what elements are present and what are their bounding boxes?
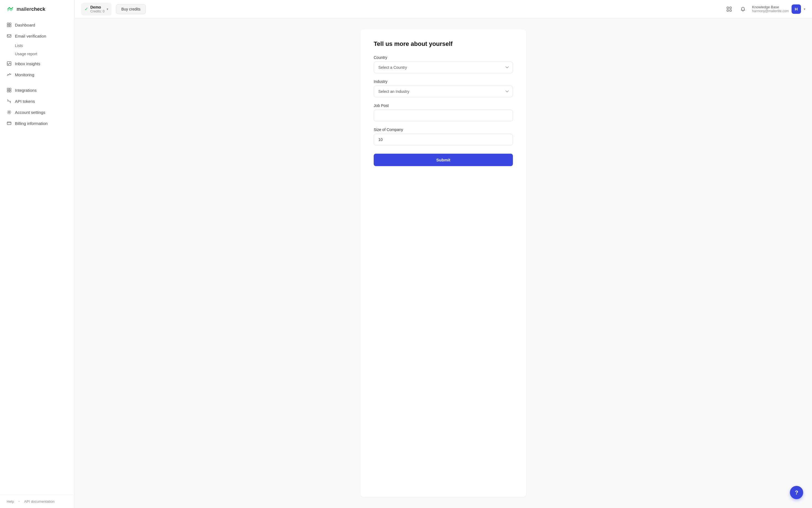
sidebar-item-account-settings[interactable]: Account settings: [0, 107, 74, 118]
svg-rect-8: [7, 90, 9, 92]
user-chevron-icon: ▾: [804, 7, 805, 11]
svg-rect-6: [7, 88, 9, 90]
svg-rect-2: [7, 25, 9, 27]
svg-rect-1: [9, 23, 11, 25]
user-menu[interactable]: Knowledge Base harmony@mailerlite.com H …: [752, 4, 805, 14]
sidebar-item-email-verification[interactable]: Email verification: [0, 30, 74, 41]
logo-icon: [7, 6, 14, 12]
sidebar-item-monitoring-label: Monitoring: [15, 73, 34, 77]
email-icon: [7, 34, 12, 38]
user-email: harmony@mailerlite.com: [752, 9, 789, 13]
svg-rect-13: [730, 7, 731, 9]
demo-chevron-icon: ▾: [107, 7, 108, 11]
help-link[interactable]: Help: [7, 499, 14, 504]
sidebar-sub-item-lists-label: Lists: [15, 43, 23, 48]
sidebar-item-dashboard-label: Dashboard: [15, 23, 35, 27]
logo-text: mailercheck: [16, 6, 45, 12]
country-group: Country Select a Country United States U…: [374, 55, 513, 73]
svg-point-10: [9, 112, 10, 113]
settings-icon: [7, 110, 12, 115]
svg-rect-3: [9, 25, 11, 27]
job-post-group: Job Post: [374, 103, 513, 121]
svg-rect-9: [9, 90, 11, 92]
country-label: Country: [374, 55, 513, 60]
monitoring-icon: [7, 72, 12, 77]
api-docs-link[interactable]: API documentation: [24, 499, 54, 504]
inbox-icon: [7, 61, 12, 66]
sidebar-item-billing-information[interactable]: Billing information: [0, 118, 74, 129]
svg-rect-7: [9, 88, 11, 90]
sidebar-item-inbox-insights[interactable]: Inbox insights: [0, 58, 74, 69]
sidebar-sub-item-usage-report[interactable]: Usage report: [0, 50, 74, 58]
integrations-icon: [7, 88, 12, 93]
main-area: ✓ Demo Credits: 0 ▾ Buy credits Knowledg…: [75, 0, 812, 508]
header-right: Knowledge Base harmony@mailerlite.com H …: [724, 4, 805, 14]
sidebar: mailercheck Dashboard Email verification…: [0, 0, 75, 508]
company-size-input[interactable]: [374, 134, 513, 145]
sidebar-item-api-tokens-label: API tokens: [15, 99, 35, 103]
country-select[interactable]: Select a Country United States United Ki…: [374, 61, 513, 73]
content-area: Tell us more about yourself Country Sele…: [75, 18, 812, 508]
sidebar-item-account-settings-label: Account settings: [15, 110, 45, 115]
sidebar-footer: Help • API documentation: [0, 495, 74, 508]
industry-label: Industry: [374, 79, 513, 84]
job-post-input[interactable]: [374, 110, 513, 121]
demo-credits: Credits: 0: [90, 9, 104, 13]
avatar: H: [792, 4, 801, 14]
job-post-label: Job Post: [374, 103, 513, 108]
sidebar-sub-item-usage-report-label: Usage report: [15, 52, 37, 56]
sidebar-item-integrations[interactable]: Integrations: [0, 85, 74, 96]
submit-button[interactable]: Submit: [374, 154, 513, 166]
buy-credits-button[interactable]: Buy credits: [116, 4, 146, 14]
sidebar-nav: Dashboard Email verification Lists Usage…: [0, 17, 74, 495]
company-size-label: Size of Company: [374, 127, 513, 132]
sidebar-item-inbox-insights-label: Inbox insights: [15, 61, 40, 66]
sidebar-item-integrations-label: Integrations: [15, 88, 37, 93]
svg-rect-15: [730, 10, 731, 11]
sidebar-item-dashboard[interactable]: Dashboard: [0, 19, 74, 30]
demo-selector[interactable]: ✓ Demo Credits: 0 ▾: [81, 3, 111, 15]
help-button[interactable]: ?: [790, 486, 803, 499]
sidebar-item-monitoring[interactable]: Monitoring: [0, 69, 74, 80]
sidebar-item-email-verification-label: Email verification: [15, 34, 46, 38]
knowledge-base-label: Knowledge Base: [752, 5, 789, 9]
sidebar-sub-item-lists[interactable]: Lists: [0, 41, 74, 50]
header: ✓ Demo Credits: 0 ▾ Buy credits Knowledg…: [75, 0, 812, 18]
svg-rect-11: [7, 122, 11, 125]
user-info: Knowledge Base harmony@mailerlite.com: [752, 5, 789, 13]
industry-group: Industry Select an Industry Technology F…: [374, 79, 513, 97]
svg-rect-4: [7, 35, 11, 37]
sidebar-item-api-tokens[interactable]: API tokens: [0, 96, 74, 107]
dashboard-icon: [7, 23, 12, 27]
form-title: Tell us more about yourself: [374, 40, 513, 47]
svg-rect-12: [727, 7, 729, 9]
industry-select[interactable]: Select an Industry Technology Finance He…: [374, 86, 513, 97]
demo-name: Demo: [90, 5, 104, 9]
form-container: Tell us more about yourself Country Sele…: [361, 29, 526, 497]
grid-icon[interactable]: [724, 4, 734, 14]
svg-rect-14: [727, 10, 729, 11]
billing-icon: [7, 121, 12, 126]
company-size-group: Size of Company: [374, 127, 513, 145]
logo: mailercheck: [0, 0, 74, 17]
demo-check-icon: ✓: [85, 6, 88, 12]
api-icon: [7, 99, 12, 103]
bell-icon[interactable]: [738, 4, 748, 14]
svg-rect-0: [7, 23, 9, 25]
demo-info: Demo Credits: 0: [90, 5, 104, 13]
sidebar-item-billing-information-label: Billing information: [15, 121, 48, 126]
